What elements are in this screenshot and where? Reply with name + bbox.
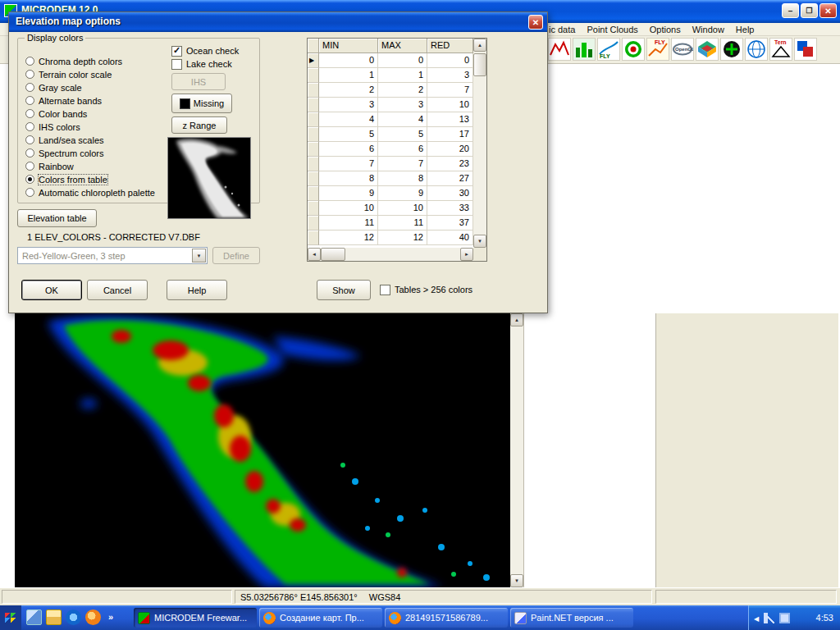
internet-explorer-icon[interactable] (66, 609, 81, 625)
start-button[interactable] (0, 605, 21, 630)
row-indicator[interactable] (308, 171, 319, 186)
quicklaunch-overflow-icon[interactable] (108, 612, 113, 622)
grid-cell-red-10[interactable]: 33 (427, 201, 473, 216)
grid-cell-min-2[interactable]: 2 (319, 83, 378, 98)
fly-through-icon[interactable]: FLY (597, 38, 620, 61)
target-range-icon[interactable] (622, 38, 645, 61)
menu-item-window[interactable]: Window (687, 24, 730, 35)
column-header-max[interactable]: MAX (378, 39, 427, 53)
row-indicator[interactable] (308, 53, 319, 68)
task-button-2[interactable]: Создание карт. Пр... (259, 608, 382, 628)
tray-collapse-icon[interactable] (754, 613, 759, 623)
menu-item-options[interactable]: Options (644, 24, 687, 35)
menu-item-ic-data[interactable]: ic data (543, 24, 581, 35)
row-indicator[interactable] (308, 68, 319, 83)
grid-cell-max-9[interactable]: 9 (378, 186, 427, 201)
grid-row-0[interactable]: 000 (308, 53, 486, 68)
grid-cell-min-4[interactable]: 4 (319, 112, 378, 127)
radio-rainbow[interactable]: Rainbow (25, 160, 74, 172)
grid-cell-red-11[interactable]: 37 (427, 216, 473, 231)
dialog-titlebar[interactable]: Elevation map options (9, 12, 547, 32)
grid-cell-min-5[interactable]: 5 (319, 127, 378, 142)
vertical-scroll-thumb[interactable] (473, 53, 486, 76)
grid-cell-min-9[interactable]: 9 (319, 186, 378, 201)
grid-cell-min-10[interactable]: 10 (319, 201, 378, 216)
grid-cell-red-2[interactable]: 7 (427, 83, 473, 98)
lake-check[interactable]: Lake check (171, 58, 232, 70)
task-button-3[interactable]: 281491571586789... (385, 608, 508, 628)
urban-3d-icon[interactable] (573, 38, 596, 61)
scroll-up-icon[interactable] (473, 39, 486, 52)
scroll-down-icon[interactable] (473, 235, 486, 248)
palette-combobox[interactable]: Red-Yellow-Green, 3 step (17, 247, 208, 264)
row-indicator[interactable] (308, 98, 319, 112)
scroll-left-icon[interactable] (308, 248, 321, 261)
dialog-close-icon[interactable] (528, 15, 543, 30)
row-indicator[interactable] (308, 186, 319, 201)
scroll-right-icon[interactable] (460, 248, 473, 261)
menu-item-point-clouds[interactable]: Point Clouds (581, 24, 643, 35)
row-indicator[interactable] (308, 231, 319, 245)
grid-row-12[interactable]: 121240 (308, 231, 486, 245)
grid-cell-red-1[interactable]: 3 (427, 68, 473, 83)
row-indicator[interactable] (308, 216, 319, 231)
scroll-down-icon[interactable] (510, 574, 523, 587)
grid-cell-max-5[interactable]: 5 (378, 127, 427, 142)
horizontal-scroll-thumb[interactable] (321, 248, 345, 261)
column-header-red[interactable]: RED (427, 39, 473, 53)
show-desktop-icon[interactable] (26, 609, 42, 625)
grid-cell-max-1[interactable]: 1 (378, 68, 427, 83)
grid-cell-min-1[interactable]: 1 (319, 68, 378, 83)
ok-button[interactable]: OK (21, 280, 82, 300)
column-header-min[interactable]: MIN (319, 39, 378, 53)
surface-3d-icon[interactable] (696, 38, 719, 61)
terrain-triangle-icon[interactable]: Tern (769, 38, 792, 61)
minimize-button-icon[interactable] (782, 3, 799, 18)
grid-cell-red-7[interactable]: 23 (427, 157, 473, 171)
tables-256-check[interactable]: Tables > 256 colors (380, 284, 472, 295)
show-button[interactable]: Show (317, 280, 371, 300)
grid-cell-max-12[interactable]: 12 (378, 231, 427, 245)
grid-row-2[interactable]: 227 (308, 83, 486, 98)
grid-cell-red-5[interactable]: 17 (427, 127, 473, 142)
grid-row-4[interactable]: 4413 (308, 112, 486, 127)
grid-row-3[interactable]: 3310 (308, 98, 486, 112)
explorer-icon[interactable] (46, 609, 62, 625)
radio-spectrum-colors[interactable]: Spectrum colors (25, 147, 103, 159)
opengl-view-icon[interactable]: OpenGL (671, 38, 694, 61)
grid-horizontal-scrollbar[interactable] (308, 248, 473, 261)
radio-chroma-depth-colors[interactable]: Chroma depth colors (25, 55, 122, 67)
row-indicator[interactable] (308, 112, 319, 127)
grid-cell-max-4[interactable]: 4 (378, 112, 427, 127)
grid-cell-min-7[interactable]: 7 (319, 157, 378, 171)
radio-colors-from-table[interactable]: Colors from table (25, 173, 107, 185)
display-icon[interactable] (779, 613, 790, 623)
scroll-up-icon[interactable] (510, 313, 523, 326)
grid-cell-min-3[interactable]: 3 (319, 98, 378, 112)
radio-terrain-color-scale[interactable]: Terrain color scale (25, 68, 112, 80)
grid-cell-red-0[interactable]: 0 (427, 53, 473, 68)
grid-cell-min-0[interactable]: 0 (319, 53, 378, 68)
row-indicator[interactable] (308, 201, 319, 216)
ocean-check[interactable]: Ocean check (171, 45, 239, 57)
task-button-1[interactable]: MICRODEM Freewar... (134, 608, 257, 628)
grid-cell-min-11[interactable]: 11 (319, 216, 378, 231)
grid-cell-max-2[interactable]: 2 (378, 83, 427, 98)
row-indicator[interactable] (308, 142, 319, 157)
grid-cell-max-7[interactable]: 7 (378, 157, 427, 171)
radio-color-bands[interactable]: Color bands (25, 107, 87, 120)
grid-vertical-scrollbar[interactable] (473, 39, 486, 248)
help-button[interactable]: Help (167, 280, 227, 300)
task-button-4[interactable]: Paint.NET версия ... (510, 608, 633, 628)
z-range-button[interactable]: z Range (171, 116, 227, 134)
grid-cell-red-3[interactable]: 10 (427, 98, 473, 112)
close-button-icon[interactable] (819, 3, 837, 18)
grid-cell-red-9[interactable]: 30 (427, 186, 473, 201)
grid-cell-max-3[interactable]: 3 (378, 98, 427, 112)
cancel-button[interactable]: Cancel (87, 280, 148, 300)
grid-cell-max-11[interactable]: 11 (378, 216, 427, 231)
grid-row-10[interactable]: 101033 (308, 201, 486, 216)
radio-ihs-colors[interactable]: IHS colors (25, 121, 80, 133)
grid-row-11[interactable]: 111137 (308, 216, 486, 231)
radio-alternate-bands[interactable]: Alternate bands (25, 94, 102, 107)
